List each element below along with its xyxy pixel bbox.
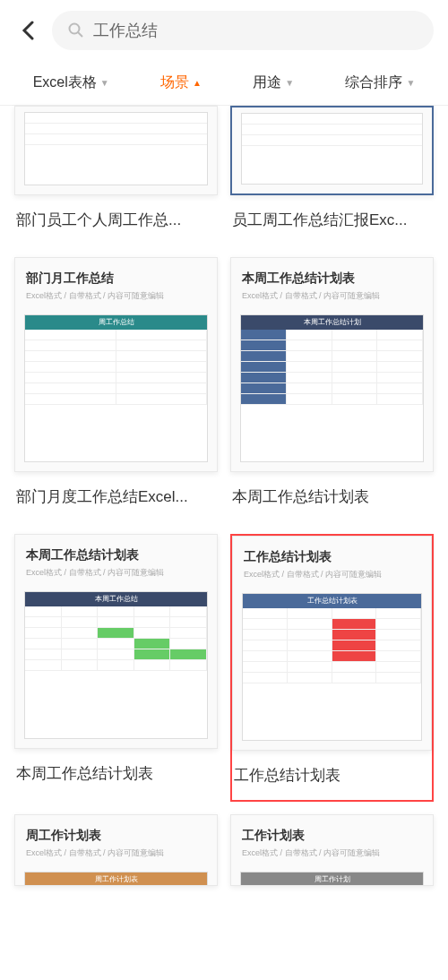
thumb-subtitle: Excel格式 / 自带格式 / 内容可随意编辑 bbox=[26, 847, 206, 859]
svg-line-1 bbox=[78, 32, 82, 37]
template-thumbnail: 工作计划表 Excel格式 / 自带格式 / 内容可随意编辑 周工作计划 bbox=[230, 814, 434, 886]
template-card[interactable]: 员工周工作总结汇报Exc... bbox=[230, 106, 434, 245]
template-thumbnail bbox=[14, 106, 218, 195]
template-grid: 部门员工个人周工作总... 员工周工作总结汇报Exc... 部门月工作总结 Ex… bbox=[0, 106, 448, 900]
thumb-heading: 本周工作总结计划表 bbox=[242, 271, 422, 287]
search-query-text: 工作总结 bbox=[93, 20, 158, 41]
svg-point-0 bbox=[70, 24, 80, 34]
thumb-subtitle: Excel格式 / 自带格式 / 内容可随意编辑 bbox=[242, 847, 422, 859]
table-banner: 本周工作总结 bbox=[25, 592, 207, 606]
table-banner: 周工作计划表 bbox=[25, 873, 207, 886]
search-icon bbox=[68, 22, 84, 39]
chevron-down-icon: ▼ bbox=[406, 78, 415, 88]
search-input[interactable]: 工作总结 bbox=[52, 11, 434, 50]
thumb-heading: 本周工作总结计划表 bbox=[26, 547, 206, 563]
thumb-subtitle: Excel格式 / 自带格式 / 内容可随意编辑 bbox=[26, 567, 206, 579]
table-banner: 工作总结计划表 bbox=[243, 594, 421, 608]
filter-usage[interactable]: 用途 ▼ bbox=[253, 73, 294, 92]
template-card-highlighted[interactable]: 工作总结计划表 Excel格式 / 自带格式 / 内容可随意编辑 工作总结计划表 bbox=[230, 534, 434, 802]
thumb-heading: 部门月工作总结 bbox=[26, 271, 206, 287]
template-thumbnail: 部门月工作总结 Excel格式 / 自带格式 / 内容可随意编辑 周工作总结 bbox=[14, 257, 218, 472]
filter-bar: Excel表格 ▼ 场景 ▲ 用途 ▼ 综合排序 ▼ bbox=[0, 61, 448, 106]
template-thumbnail: 本周工作总结计划表 Excel格式 / 自带格式 / 内容可随意编辑 本周工作总… bbox=[230, 257, 434, 472]
template-card[interactable]: 部门员工个人周工作总... bbox=[14, 106, 218, 245]
template-card[interactable]: 本周工作总结计划表 Excel格式 / 自带格式 / 内容可随意编辑 本周工作总… bbox=[230, 257, 434, 521]
chevron-down-icon: ▼ bbox=[285, 78, 294, 88]
template-card[interactable]: 部门月工作总结 Excel格式 / 自带格式 / 内容可随意编辑 周工作总结 bbox=[14, 257, 218, 521]
template-card[interactable]: 本周工作总结计划表 Excel格式 / 自带格式 / 内容可随意编辑 本周工作总… bbox=[14, 534, 218, 802]
filter-sort[interactable]: 综合排序 ▼ bbox=[345, 73, 415, 92]
thumb-heading: 周工作计划表 bbox=[26, 828, 206, 844]
chevron-up-icon: ▲ bbox=[193, 78, 202, 88]
template-thumbnail: 本周工作总结计划表 Excel格式 / 自带格式 / 内容可随意编辑 本周工作总… bbox=[14, 534, 218, 749]
chevron-down-icon: ▼ bbox=[100, 78, 109, 88]
back-button[interactable] bbox=[14, 17, 41, 44]
table-banner: 周工作计划 bbox=[241, 873, 423, 886]
template-card[interactable]: 工作计划表 Excel格式 / 自带格式 / 内容可随意编辑 周工作计划 bbox=[230, 814, 434, 886]
filter-excel[interactable]: Excel表格 ▼ bbox=[33, 73, 109, 92]
template-thumbnail bbox=[230, 106, 434, 195]
template-title: 部门员工个人周工作总... bbox=[14, 195, 218, 245]
table-banner: 本周工作总结计划 bbox=[241, 315, 423, 330]
thumb-subtitle: Excel格式 / 自带格式 / 内容可随意编辑 bbox=[242, 290, 422, 302]
table-banner: 周工作总结 bbox=[25, 315, 207, 330]
chevron-left-icon bbox=[22, 21, 34, 40]
thumb-heading: 工作计划表 bbox=[242, 828, 422, 844]
template-card[interactable]: 周工作计划表 Excel格式 / 自带格式 / 内容可随意编辑 周工作计划表 bbox=[14, 814, 218, 886]
template-thumbnail: 周工作计划表 Excel格式 / 自带格式 / 内容可随意编辑 周工作计划表 bbox=[14, 814, 218, 886]
thumb-subtitle: Excel格式 / 自带格式 / 内容可随意编辑 bbox=[26, 290, 206, 302]
thumb-subtitle: Excel格式 / 自带格式 / 内容可随意编辑 bbox=[244, 569, 420, 580]
template-thumbnail: 工作总结计划表 Excel格式 / 自带格式 / 内容可随意编辑 工作总结计划表 bbox=[232, 536, 432, 751]
template-title: 员工周工作总结汇报Exc... bbox=[230, 195, 434, 245]
thumb-heading: 工作总结计划表 bbox=[244, 549, 420, 565]
template-title: 工作总结计划表 bbox=[232, 751, 432, 800]
template-title: 部门月度工作总结Excel... bbox=[14, 472, 218, 521]
template-title: 本周工作总结计划表 bbox=[230, 472, 434, 521]
template-title: 本周工作总结计划表 bbox=[14, 749, 218, 798]
filter-scene[interactable]: 场景 ▲ bbox=[160, 73, 202, 92]
